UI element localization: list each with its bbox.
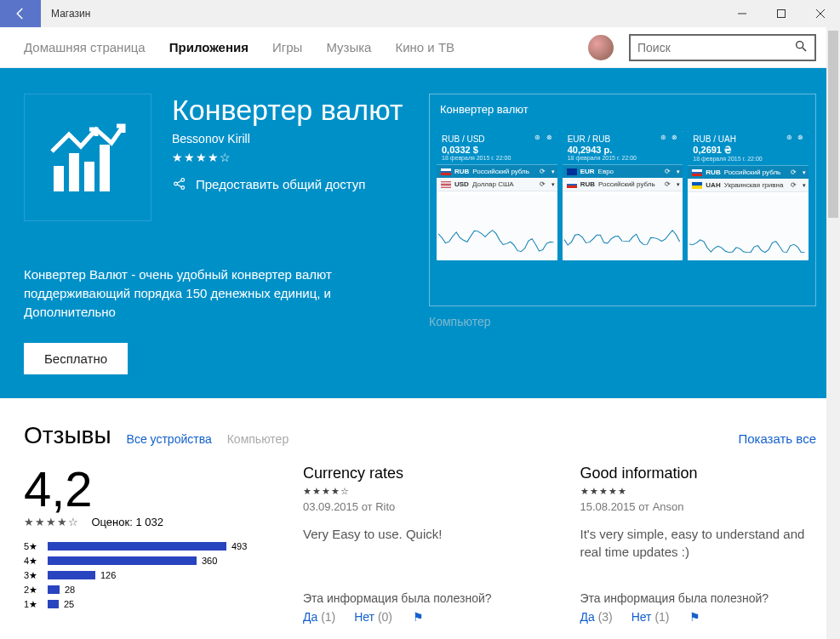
window-title: Магазин — [41, 8, 90, 20]
helpful-no[interactable]: Нет — [354, 610, 374, 624]
search-input[interactable] — [637, 41, 794, 54]
report-icon[interactable]: ⚑ — [689, 610, 700, 624]
review-stars: ★★★★☆ — [303, 486, 540, 497]
reviews-heading: Отзывы — [24, 422, 111, 449]
app-hero: Конвертер валют Bessonov Kirill ★★★★☆ Пр… — [0, 68, 840, 398]
review-body: Very Easy to use. Quick! — [303, 525, 540, 564]
minimize-button[interactable] — [723, 0, 762, 27]
rating-bar-row: 5★ 493 — [24, 541, 262, 552]
titlebar: Магазин — [0, 0, 840, 27]
app-publisher[interactable]: Bessonov Kirill — [172, 132, 403, 145]
window-controls — [723, 0, 840, 27]
rating-summary: 4,2 ★★★★☆ Оценок: 1 032 5★ 493 4★ 360 3★… — [24, 465, 262, 624]
rating-bar-row: 1★ 25 — [24, 599, 262, 610]
svg-rect-9 — [100, 145, 110, 191]
show-all-reviews[interactable]: Показать все — [738, 431, 816, 446]
rating-value: 4,2 — [24, 465, 262, 514]
svg-rect-8 — [84, 162, 94, 191]
share-button[interactable]: Предоставить общий доступ — [172, 176, 403, 191]
install-button[interactable]: Бесплатно — [24, 343, 128, 374]
app-description: Конвертер Валют - очень удобный конверте… — [24, 265, 398, 303]
helpful-yes[interactable]: Да — [303, 610, 317, 624]
svg-line-13 — [177, 180, 181, 183]
nav-apps[interactable]: Приложения — [169, 40, 249, 54]
app-title: Конвертер валют — [172, 94, 403, 127]
rating-bar-row: 3★ 126 — [24, 570, 262, 581]
svg-line-14 — [177, 185, 181, 187]
svg-rect-16 — [564, 195, 682, 258]
rating-count: Оценок: 1 032 — [91, 516, 163, 528]
app-icon — [24, 94, 151, 221]
review-meta: 15.08.2015 от Anson — [580, 500, 817, 513]
device-label: Компьютер — [429, 315, 816, 328]
svg-rect-7 — [69, 153, 79, 191]
nav-music[interactable]: Музыка — [326, 40, 371, 54]
search-icon[interactable] — [794, 39, 808, 55]
screenshot-tile: ⊛ ⊗ EUR / RUB40,2943 р.18 февраля 2015 г… — [563, 131, 683, 260]
filter-pc[interactable]: Компьютер — [227, 432, 289, 446]
top-nav: Домашняя страница Приложения Игры Музыка… — [0, 27, 840, 68]
svg-point-4 — [797, 42, 803, 48]
screenshot-tile: ⊛ ⊗ RUB / USD0,0332 $18 февраля 2015 г. … — [437, 131, 557, 260]
rating-stars: ★★★★☆ — [24, 516, 79, 528]
screenshot-caption: Конвертер валют — [437, 103, 809, 116]
maximize-button[interactable] — [762, 0, 801, 27]
review-body: It's very simple, easy to understand and… — [580, 525, 817, 564]
review-item: Currency rates ★★★★☆ 03.09.2015 от Rito … — [303, 465, 540, 624]
svg-line-5 — [803, 48, 806, 51]
rating-bar-row: 4★ 360 — [24, 556, 262, 567]
vertical-scrollbar[interactable] — [826, 27, 840, 639]
svg-rect-6 — [54, 166, 64, 191]
svg-rect-17 — [689, 196, 807, 259]
review-helpful-question: Эта информация была полезной? — [303, 591, 540, 605]
app-rating-stars: ★★★★☆ — [172, 151, 403, 164]
report-icon[interactable]: ⚑ — [413, 610, 424, 624]
screenshot-tile: ⊛ ⊗ RUB / UAH0,2691 ₴18 февраля 2015 г. … — [688, 131, 809, 260]
rating-bars: 5★ 493 4★ 360 3★ 126 2★ 28 1★ 25 — [24, 541, 262, 610]
rating-bar-row: 2★ 28 — [24, 585, 262, 596]
nav-games[interactable]: Игры — [272, 40, 302, 54]
search-box[interactable] — [629, 34, 816, 61]
svg-rect-1 — [778, 10, 786, 18]
share-label: Предоставить общий доступ — [196, 177, 365, 191]
helpful-no[interactable]: Нет — [631, 610, 652, 624]
back-button[interactable] — [0, 0, 41, 27]
screenshot-frame[interactable]: Конвертер валют ⊛ ⊗ RUB / USD0,0332 $18 … — [429, 94, 816, 306]
review-helpful-question: Эта информация была полезной? — [580, 591, 817, 605]
user-avatar[interactable] — [588, 35, 614, 60]
review-title: Currency rates — [303, 465, 540, 482]
scrollbar-thumb[interactable] — [828, 31, 838, 218]
reviews-section: Отзывы Все устройства Компьютер Показать… — [0, 398, 840, 640]
review-meta: 03.09.2015 от Rito — [303, 500, 540, 513]
helpful-yes[interactable]: Да — [580, 610, 595, 624]
nav-home[interactable]: Домашняя страница — [24, 40, 146, 54]
review-stars: ★★★★★ — [580, 486, 817, 497]
review-item: Good information ★★★★★ 15.08.2015 от Ans… — [580, 465, 817, 624]
more-link[interactable]: Дополнительно — [24, 305, 412, 319]
nav-movies[interactable]: Кино и ТВ — [395, 40, 454, 54]
review-title: Good information — [580, 465, 817, 482]
close-button[interactable] — [801, 0, 840, 27]
filter-all-devices[interactable]: Все устройства — [127, 432, 212, 446]
